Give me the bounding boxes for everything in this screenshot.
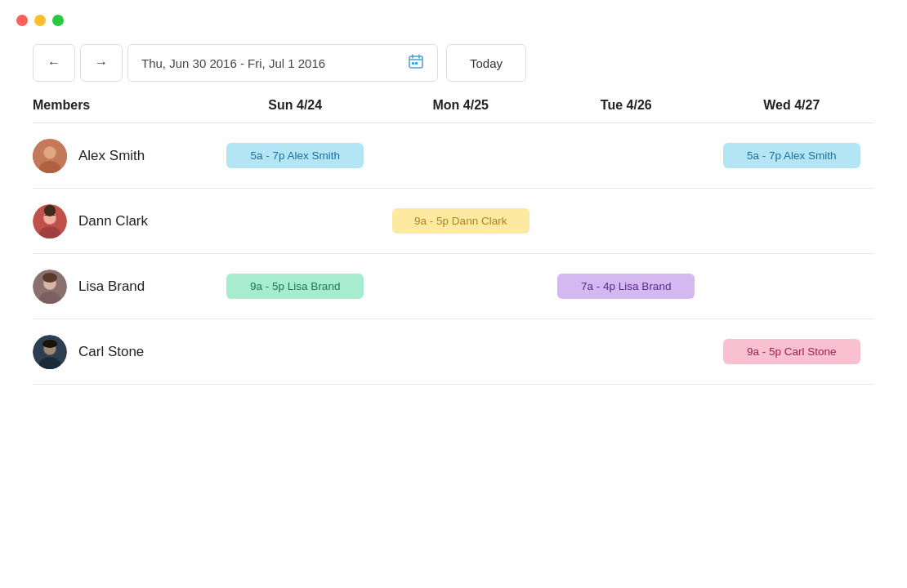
header-mon: Mon 4/25 <box>378 98 544 113</box>
shift-badge[interactable]: 9a - 5p Dann Clark <box>392 208 529 234</box>
table-row: Carl Stone 9a - 5p Carl Stone <box>33 319 874 385</box>
svg-rect-1 <box>412 62 414 65</box>
member-name-alex: Alex Smith <box>78 148 145 164</box>
member-info-carl: Carl Stone <box>33 335 212 369</box>
avatar <box>33 335 67 369</box>
member-name-carl: Carl Stone <box>78 344 144 360</box>
avatar <box>33 139 67 173</box>
shift-badge[interactable]: 7a - 4p Lisa Brand <box>557 274 695 299</box>
today-button[interactable]: Today <box>446 44 526 82</box>
svg-rect-2 <box>415 62 418 65</box>
next-button[interactable]: → <box>80 44 123 82</box>
cell-carl-sun <box>212 349 378 355</box>
header-tue: Tue 4/26 <box>543 98 709 113</box>
cell-dann-tue <box>543 218 709 225</box>
shift-badge[interactable]: 5a - 7p Alex Smith <box>226 143 364 168</box>
shift-badge[interactable]: 5a - 7p Alex Smith <box>723 143 860 168</box>
cell-alex-sun: 5a - 7p Alex Smith <box>212 140 378 172</box>
member-info-alex: Alex Smith <box>33 139 212 173</box>
minimize-button[interactable] <box>34 15 46 26</box>
cell-lisa-mon <box>378 283 544 290</box>
date-range-text: Thu, Jun 30 2016 - Fri, Jul 1 2016 <box>141 56 400 70</box>
cell-dann-mon: 9a - 5p Dann Clark <box>378 205 544 237</box>
svg-point-21 <box>42 340 57 348</box>
prev-button[interactable]: ← <box>33 44 75 82</box>
window-controls <box>0 0 907 36</box>
cell-dann-sun <box>212 218 378 225</box>
calendar-icon <box>408 53 424 74</box>
header-members: Members <box>33 98 212 113</box>
maximize-button[interactable] <box>52 15 64 26</box>
close-button[interactable] <box>16 15 28 26</box>
table-row: Alex Smith 5a - 7p Alex Smith 5a - 7p Al… <box>33 123 874 189</box>
svg-point-6 <box>44 147 56 158</box>
header-sun: Sun 4/24 <box>212 98 378 113</box>
svg-point-16 <box>42 273 57 283</box>
cell-alex-wed: 5a - 7p Alex Smith <box>709 140 875 172</box>
cell-lisa-tue: 7a - 4p Lisa Brand <box>543 270 709 302</box>
cell-carl-mon <box>378 349 544 355</box>
cell-alex-mon <box>378 153 544 159</box>
table-row: Dann Clark 9a - 5p Dann Clark <box>33 189 874 254</box>
cell-carl-wed: 9a - 5p Carl Stone <box>709 336 875 368</box>
cell-carl-tue <box>543 349 709 355</box>
member-name-lisa: Lisa Brand <box>78 278 145 295</box>
avatar <box>33 204 67 238</box>
member-name-dann: Dann Clark <box>78 213 148 229</box>
shift-badge[interactable]: 9a - 5p Lisa Brand <box>226 274 364 299</box>
schedule-container: Members Sun 4/24 Mon 4/25 Tue 4/26 Wed 4… <box>0 98 907 385</box>
header-wed: Wed 4/27 <box>709 98 875 113</box>
shift-badge[interactable]: 9a - 5p Carl Stone <box>723 339 860 364</box>
cell-lisa-sun: 9a - 5p Lisa Brand <box>212 270 378 302</box>
member-info-dann: Dann Clark <box>33 204 212 238</box>
toolbar: ← → Thu, Jun 30 2016 - Fri, Jul 1 2016 T… <box>0 36 907 98</box>
schedule-header: Members Sun 4/24 Mon 4/25 Tue 4/26 Wed 4… <box>33 98 874 123</box>
table-row: Lisa Brand 9a - 5p Lisa Brand 7a - 4p Li… <box>33 254 874 319</box>
cell-lisa-wed <box>709 283 875 290</box>
cell-alex-tue <box>543 153 709 159</box>
member-info-lisa: Lisa Brand <box>33 270 212 304</box>
avatar <box>33 270 67 304</box>
date-range-picker[interactable]: Thu, Jun 30 2016 - Fri, Jul 1 2016 <box>127 44 438 82</box>
cell-dann-wed <box>709 218 875 225</box>
